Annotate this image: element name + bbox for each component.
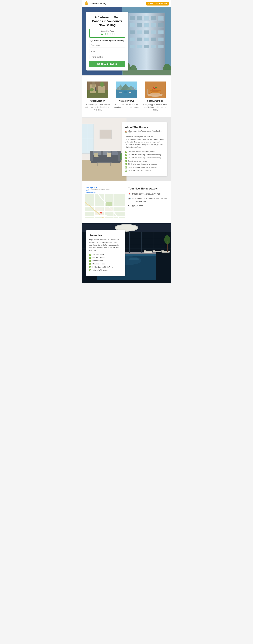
amenity-item-6: ✅ Children's Playground: [89, 269, 122, 272]
svg-point-122: [100, 212, 102, 214]
amenity-text-4: Multimedia Room: [92, 263, 105, 265]
amenities-description: Enjoy convenient access to eclectic reta…: [89, 238, 122, 252]
checklist-text-2: Elegant wide-plank engineered wood floor…: [128, 154, 161, 156]
building-illustration: [122, 7, 171, 75]
phone-item: 📞 512-467-8903: [128, 205, 168, 208]
amenity-text-6: Children's Playground: [92, 269, 108, 271]
feature-amenities: 5-star Amenities Everything you need for…: [142, 82, 168, 111]
amenity-check-1: ✅: [89, 254, 92, 256]
address-item: 📍 4742 Nelson St, Vancouver, V5Y 2R4: [128, 192, 168, 195]
svg-rect-12: [130, 23, 135, 27]
site-header: Yaletown Realty Call Us: 567-876-1229: [82, 0, 171, 7]
map-container[interactable]: 4742 Nelson St 4742 Nelson St, Vancouver…: [85, 186, 125, 218]
logo-text: Yaletown Realty: [90, 2, 106, 5]
checklist-item-3: ✅ Elegant wide-plank engineered wood flo…: [125, 157, 164, 159]
svg-rect-25: [151, 38, 156, 41]
svg-rect-39: [144, 28, 150, 28]
amenity-check-6: ✅: [89, 269, 92, 272]
svg-rect-101: [98, 163, 98, 166]
hero-background: [122, 7, 171, 75]
checklist-text-6: Sleek roller-style shades on all windows: [128, 166, 157, 168]
amenity-text-3: Fitness Centre: [92, 260, 103, 262]
call-button[interactable]: Call Us: 567-876-1229: [146, 2, 169, 6]
svg-rect-30: [151, 44, 156, 48]
svg-rect-93: [90, 151, 93, 161]
svg-rect-7: [130, 16, 135, 20]
about-section: About The Homes 🏠 2 Bedroom + Den Reside…: [82, 118, 171, 180]
svg-point-52: [90, 88, 94, 92]
check-icon-1: ✅: [125, 151, 127, 153]
svg-rect-3: [86, 4, 87, 5]
about-description: Our homes are designed and built with un…: [125, 136, 164, 148]
svg-rect-37: [129, 28, 135, 28]
amenity-item-4: ✅ Multimedia Room: [89, 263, 122, 265]
svg-rect-11: [158, 16, 164, 20]
map-placeholder: 4742 Nelson St 4742 Nelson St, Vancouver…: [85, 186, 125, 218]
book-showing-button[interactable]: BOOK A SHOWING: [89, 61, 125, 67]
logo-icon: [84, 1, 89, 6]
amenity-item-3: ✅ Fitness Centre: [89, 260, 122, 262]
show-times-item: 🕐 Show Times: 12 - 5 Saturday June 18th …: [128, 197, 168, 203]
svg-rect-21: [158, 30, 164, 34]
phone-input[interactable]: [89, 54, 125, 59]
phone-text: 512-467-8903: [132, 205, 143, 208]
about-background: [82, 118, 127, 180]
map-view-larger-link[interactable]: View larger map: [86, 192, 96, 193]
check-icon-2: ✅: [125, 154, 127, 156]
feature-amenities-image: [145, 82, 166, 98]
amenity-text-1: Swimming Pool: [92, 254, 104, 255]
check-icon-4: ✅: [125, 160, 127, 162]
svg-rect-8: [137, 16, 142, 20]
svg-rect-26: [158, 38, 164, 41]
show-times-text: Show Times: 12 - 5 Saturday June 18th an…: [132, 197, 168, 203]
svg-rect-117: [105, 208, 113, 211]
feature-views-image: [116, 82, 137, 98]
svg-rect-63: [116, 93, 137, 93]
logo-area: Yaletown Realty: [84, 1, 106, 6]
hero-form-card: 2-Bedroom + Den Condos in Vancouver Now …: [86, 12, 128, 70]
checklist-item-7: ✅ GE front-load washer and dryer: [125, 170, 164, 172]
amenity-item-2: ✅ Hot Tub & Sauna: [89, 257, 122, 259]
clock-icon: 🕐: [128, 198, 131, 200]
feature-views-desc: Get unobstructed views of the mountains,…: [114, 103, 139, 108]
checklist-item-4: ✅ Granite stone countertops: [125, 160, 164, 162]
email-input[interactable]: [89, 49, 125, 54]
svg-point-73: [150, 88, 160, 90]
price-label: Now Selling From: [91, 30, 123, 32]
first-name-input[interactable]: [89, 43, 125, 48]
svg-rect-97: [112, 152, 118, 155]
map-save-link[interactable]: Save: [86, 190, 124, 192]
checklist-item-5: ✅ Sleek roller-style shades on all windo…: [125, 163, 164, 166]
svg-rect-16: [158, 23, 164, 27]
svg-rect-50: [92, 82, 95, 88]
svg-rect-28: [137, 44, 142, 48]
checklist-item-2: ✅ Elegant wide-plank engineered wood flo…: [125, 154, 164, 156]
svg-point-145: [116, 225, 137, 231]
feature-location: Great Location Walk to shops, offices an…: [85, 82, 111, 111]
phone-icon: 📞: [128, 205, 131, 207]
svg-point-78: [148, 93, 163, 97]
svg-point-76: [153, 87, 154, 88]
svg-rect-15: [151, 23, 156, 27]
checklist-text-5: Sleek roller-style shades on all windows: [128, 163, 157, 165]
svg-rect-19: [144, 30, 149, 34]
map-address-title: 4742 Nelson St: [86, 187, 124, 188]
hero-section: 2-Bedroom + Den Condos in Vancouver Now …: [82, 7, 171, 75]
price-value: $799,000: [91, 32, 123, 36]
svg-rect-38: [136, 28, 143, 28]
svg-rect-18: [137, 30, 142, 34]
svg-rect-33: [136, 20, 143, 21]
svg-rect-34: [144, 20, 150, 21]
svg-rect-35: [151, 20, 157, 21]
svg-rect-163: [153, 250, 155, 252]
svg-rect-9: [144, 16, 149, 20]
hero-title: 2-Bedroom + Den Condos in Vancouver Now …: [89, 15, 125, 27]
svg-rect-41: [158, 28, 164, 28]
svg-rect-23: [137, 38, 142, 41]
svg-rect-102: [110, 163, 111, 166]
svg-rect-49: [98, 86, 105, 94]
feature-amenities-desc: Everything you need for hotel-quality li…: [142, 103, 168, 111]
svg-rect-65: [117, 88, 118, 90]
svg-point-53: [95, 88, 96, 89]
svg-rect-68: [135, 88, 136, 90]
